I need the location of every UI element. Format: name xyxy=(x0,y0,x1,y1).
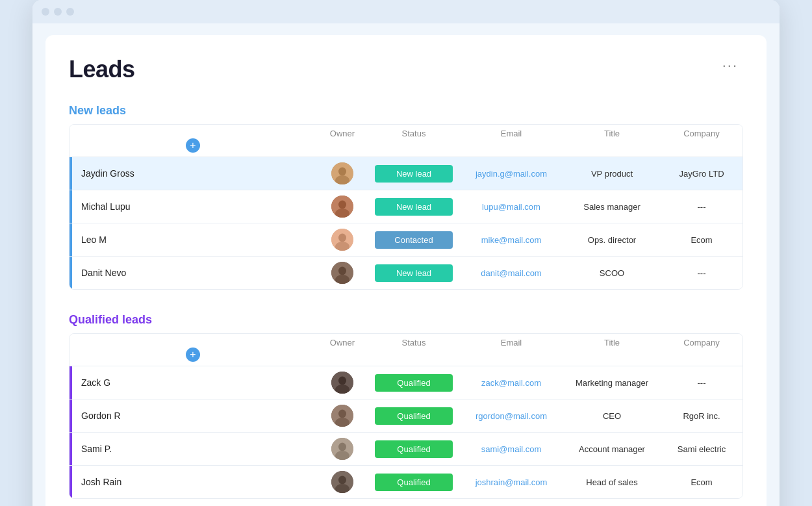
add-column-icon[interactable]: + xyxy=(186,348,200,362)
row-company-cell: --- xyxy=(661,378,742,388)
row-name-text: Gordon R xyxy=(72,411,121,421)
col-header-title: Title xyxy=(563,129,661,138)
more-button[interactable]: ··· xyxy=(717,56,743,75)
app-window: Leads ··· New leadsOwnerStatusEmailTitle… xyxy=(32,0,780,506)
status-badge[interactable]: New lead xyxy=(375,165,453,183)
row-name-text: Zack G xyxy=(72,377,110,388)
row-status-cell[interactable]: New lead xyxy=(368,198,459,216)
row-status-cell[interactable]: Qualified xyxy=(368,440,459,458)
row-email-cell[interactable]: rgordon@mail.com xyxy=(459,411,563,421)
status-badge[interactable]: Qualified xyxy=(375,474,453,491)
row-title-cell: CEO xyxy=(563,411,661,421)
add-column-header[interactable]: + xyxy=(70,138,316,153)
row-name-text: Jaydin Gross xyxy=(72,168,134,179)
row-company-cell: --- xyxy=(661,268,742,278)
row-company-cell: JayGro LTD xyxy=(661,169,742,179)
col-header-owner: Owner xyxy=(316,338,368,348)
svg-point-16 xyxy=(338,410,346,418)
row-status-cell[interactable]: Qualified xyxy=(368,474,459,491)
row-email-cell[interactable]: jaydin.g@mail.com xyxy=(459,169,563,179)
status-badge[interactable]: New lead xyxy=(375,198,453,216)
dot-green xyxy=(66,8,74,16)
table-row[interactable]: Jaydin Gross New leadjaydin.g@mail.comVP… xyxy=(70,157,742,190)
row-status-cell[interactable]: New lead xyxy=(368,264,459,282)
avatar xyxy=(331,262,353,284)
section-header-qualified-leads: Qualified leads xyxy=(69,313,743,327)
row-title-cell: Sales manager xyxy=(563,202,661,212)
add-column-icon[interactable]: + xyxy=(186,138,200,153)
status-badge[interactable]: Contacted xyxy=(375,231,453,249)
row-name-cell: Leo M xyxy=(70,223,316,256)
col-header-title: Title xyxy=(563,338,661,348)
row-status-cell[interactable]: Qualified xyxy=(368,407,459,425)
row-owner-cell xyxy=(316,405,368,427)
status-badge[interactable]: Qualified xyxy=(375,374,453,392)
col-header-email: Email xyxy=(459,338,563,348)
titlebar xyxy=(32,0,780,23)
table-row[interactable]: Josh Rain Qualifiedjoshrain@mail.comHead… xyxy=(70,466,742,498)
col-header-status: Status xyxy=(368,338,459,348)
table-row[interactable]: Michal Lupu New leadlupu@mail.comSales m… xyxy=(70,190,742,223)
page-header: Leads ··· xyxy=(69,56,743,83)
row-owner-cell xyxy=(316,229,368,251)
dot-yellow xyxy=(54,8,62,16)
status-badge[interactable]: Qualified xyxy=(375,407,453,425)
col-header-owner: Owner xyxy=(316,129,368,138)
row-email-cell[interactable]: joshrain@mail.com xyxy=(459,477,563,487)
row-name-text: Sami P. xyxy=(72,444,112,454)
page-title: Leads xyxy=(69,56,135,83)
svg-point-19 xyxy=(338,443,346,451)
row-owner-cell xyxy=(316,262,368,284)
svg-point-7 xyxy=(338,234,346,242)
row-company-cell: Ecom xyxy=(661,477,742,487)
section-qualified-leads: Qualified leadsOwnerStatusEmailTitleComp… xyxy=(69,313,743,499)
svg-point-22 xyxy=(338,476,346,485)
row-name-cell: Jaydin Gross xyxy=(70,157,316,190)
row-title-cell: SCOO xyxy=(563,268,661,278)
table-row[interactable]: Zack G Qualifiedzack@mail.comMarketing m… xyxy=(70,366,742,399)
add-column-header[interactable]: + xyxy=(70,348,316,362)
section-new-leads: New leadsOwnerStatusEmailTitleCompany+Ja… xyxy=(69,104,743,290)
row-name-cell: Josh Rain xyxy=(70,466,316,498)
row-title-cell: VP product xyxy=(563,169,661,179)
row-title-cell: Marketing manager xyxy=(563,378,661,388)
row-status-cell[interactable]: New lead xyxy=(368,165,459,183)
svg-point-4 xyxy=(338,201,346,209)
row-title-cell: Head of sales xyxy=(563,477,661,487)
table-row[interactable]: Danit Nevo New leaddanit@mail.comSCOO--- xyxy=(70,257,742,289)
table-row[interactable]: Sami P. Qualifiedsami@mail.comAccount ma… xyxy=(70,433,742,466)
dot-red xyxy=(42,8,49,16)
row-name-text: Michal Lupu xyxy=(72,201,131,212)
section-title-new-leads: New leads xyxy=(69,104,126,118)
row-status-cell[interactable]: Contacted xyxy=(368,231,459,249)
section-header-new-leads: New leads xyxy=(69,104,743,118)
avatar xyxy=(331,229,353,251)
status-badge[interactable]: New lead xyxy=(375,264,453,282)
row-email-cell[interactable]: lupu@mail.com xyxy=(459,202,563,212)
row-name-cell: Gordon R xyxy=(70,399,316,432)
table-header-new-leads: OwnerStatusEmailTitleCompany+ xyxy=(70,125,742,157)
table-qualified-leads: OwnerStatusEmailTitleCompany+Zack G Qual… xyxy=(69,333,743,499)
col-header-email: Email xyxy=(459,129,563,138)
row-name-cell: Sami P. xyxy=(70,433,316,465)
row-owner-cell xyxy=(316,471,368,493)
col-header-company: Company xyxy=(661,338,742,348)
row-status-cell[interactable]: Qualified xyxy=(368,374,459,392)
row-email-cell[interactable]: mike@mail.com xyxy=(459,235,563,245)
row-company-cell: Sami electric xyxy=(661,444,742,454)
avatar xyxy=(331,196,353,218)
row-email-cell[interactable]: sami@mail.com xyxy=(459,444,563,454)
table-row[interactable]: Leo M Contactedmike@mail.comOps. directo… xyxy=(70,223,742,257)
row-email-cell[interactable]: zack@mail.com xyxy=(459,378,563,388)
row-title-cell: Ops. director xyxy=(563,235,661,245)
avatar xyxy=(331,162,353,184)
svg-point-10 xyxy=(338,267,346,275)
svg-point-1 xyxy=(338,168,346,176)
row-company-cell: --- xyxy=(661,202,742,212)
avatar xyxy=(331,372,353,394)
row-email-cell[interactable]: danit@mail.com xyxy=(459,268,563,278)
status-badge[interactable]: Qualified xyxy=(375,440,453,458)
row-name-text: Josh Rain xyxy=(72,477,121,487)
table-row[interactable]: Gordon R Qualifiedrgordon@mail.comCEORgo… xyxy=(70,399,742,433)
row-title-cell: Account manager xyxy=(563,444,661,454)
